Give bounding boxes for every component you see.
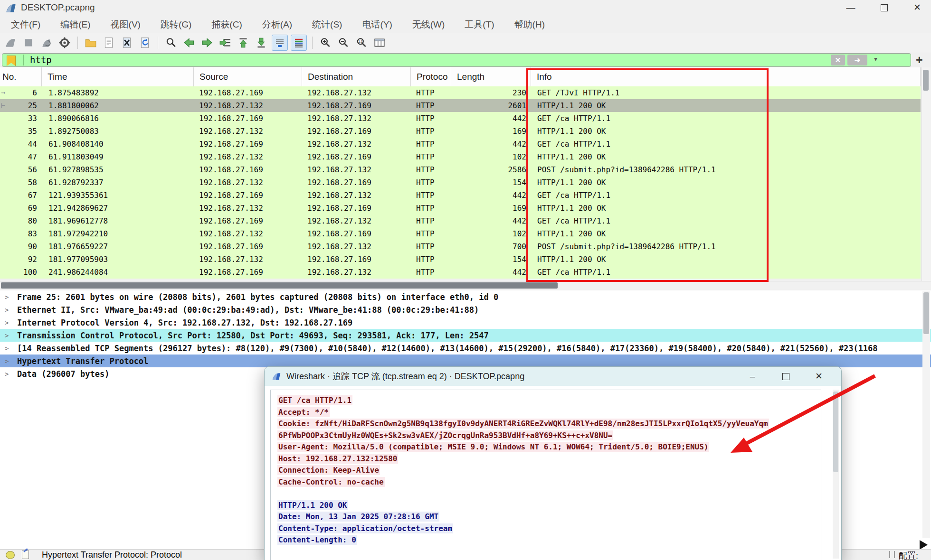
toolbar-separator — [77, 37, 78, 49]
find-packet-magnifier-icon[interactable] — [163, 35, 179, 50]
menu-item-6[interactable]: 统计(S) — [302, 19, 352, 31]
zoom-out-magnifier-icon[interactable] — [336, 35, 351, 50]
filter-value[interactable]: http — [30, 55, 52, 65]
expand-chevron-icon[interactable]: > — [5, 332, 9, 339]
zoom-reset-magnifier-icon[interactable]: 1:1 — [354, 35, 369, 50]
column-header-time[interactable]: Time — [42, 67, 194, 86]
packet-row[interactable]: 4461.908408140192.168.27.169192.168.27.1… — [0, 138, 921, 150]
window-maximize-button[interactable] — [873, 1, 895, 14]
filter-add-button[interactable]: + — [916, 53, 923, 67]
display-filter-input[interactable]: http ✕ ➜ ▾ — [2, 53, 911, 67]
packet-list-vertical-scrollbar[interactable] — [922, 67, 931, 281]
menu-item-7[interactable]: 电话(Y) — [352, 19, 402, 31]
menu-item-4[interactable]: 捕获(C) — [201, 19, 252, 31]
filter-bookmark-icon[interactable] — [7, 56, 16, 66]
detail-line[interactable]: >Ethernet II, Src: VMware_ba:49:ad (00:0… — [0, 303, 931, 316]
packet-row[interactable]: 61.875483892192.168.27.169192.168.27.132… — [0, 86, 921, 99]
column-header-destination[interactable]: Destination — [302, 67, 411, 86]
filter-separator — [23, 55, 24, 65]
packet-list-scrollbar-thumb[interactable] — [923, 70, 929, 91]
zoom-in-magnifier-icon[interactable] — [318, 35, 333, 50]
column-header-source[interactable]: Source — [194, 67, 302, 86]
packet-row[interactable]: 92181.977095903192.168.27.132192.168.27.… — [0, 253, 921, 266]
filter-apply-button[interactable]: ➜ — [847, 55, 867, 65]
menu-item-9[interactable]: 工具(T) — [455, 19, 504, 31]
packet-row[interactable]: 351.892750083192.168.27.132192.168.27.16… — [0, 125, 921, 138]
expand-chevron-icon[interactable]: > — [5, 306, 9, 314]
resize-columns-icon[interactable] — [372, 35, 387, 50]
packet-row[interactable]: 67121.939355361192.168.27.169192.168.27.… — [0, 189, 921, 202]
open-file-folder-icon[interactable] — [83, 35, 98, 50]
stream-content[interactable]: GET /ca HTTP/1.1Accept: */*Cookie: fzNft… — [270, 390, 821, 560]
packet-row[interactable]: 83181.972942210192.168.27.132192.168.27.… — [0, 227, 921, 240]
column-header-no[interactable]: No. — [0, 67, 42, 86]
packet-row[interactable]: 80181.969612778192.168.27.169192.168.27.… — [0, 215, 921, 227]
packet-row[interactable]: 69121.942869627192.168.27.132192.168.27.… — [0, 202, 921, 215]
detail-line[interactable]: >Internet Protocol Version 4, Src: 192.1… — [0, 316, 931, 329]
menu-item-5[interactable]: 分析(A) — [252, 19, 302, 31]
dialog-title: Wireshark · 追踪 TCP 流 (tcp.stream eq 2) ·… — [286, 371, 524, 382]
menu-item-8[interactable]: 无线(W) — [402, 19, 455, 31]
profile-label[interactable]: 配置: Default — [899, 550, 931, 560]
detail-line[interactable]: >Frame 25: 2601 bytes on wire (20808 bit… — [0, 290, 931, 303]
capture-options-gear-icon[interactable] — [57, 35, 72, 50]
start-capture-shark-fin-icon[interactable] — [3, 35, 18, 50]
save-file-icon[interactable] — [101, 35, 116, 50]
reload-file-icon[interactable] — [137, 35, 152, 50]
pane-expander-arrow-icon[interactable] — [920, 540, 928, 550]
window-minimize-button[interactable]: — — [840, 1, 862, 14]
column-header-length[interactable]: Length — [451, 67, 531, 86]
dialog-title-bar[interactable]: Wireshark · 追踪 TCP 流 (tcp.stream eq 2) ·… — [265, 367, 841, 386]
wireshark-shark-fin-icon — [5, 2, 17, 14]
packet-row[interactable]: 5661.927898535192.168.27.169192.168.27.1… — [0, 163, 921, 176]
window-close-button[interactable]: ✕ — [906, 1, 928, 14]
filter-dropdown-caret-icon[interactable]: ▾ — [874, 55, 877, 63]
restart-capture-icon[interactable] — [39, 35, 54, 50]
column-header-info[interactable]: Info — [531, 67, 921, 86]
packet-row[interactable]: 251.881800062192.168.27.132192.168.27.16… — [0, 99, 921, 112]
packet-row[interactable]: 90181.976659227192.168.27.169192.168.27.… — [0, 240, 921, 253]
colorize-packets-icon[interactable] — [291, 35, 307, 51]
go-back-arrow-icon[interactable] — [181, 35, 197, 50]
expand-chevron-icon[interactable]: > — [5, 345, 9, 352]
horizontal-scrollbar-thumb[interactable] — [1, 282, 558, 289]
go-to-last-packet-icon[interactable] — [254, 35, 269, 50]
menu-item-2[interactable]: 视图(V) — [101, 19, 151, 31]
go-to-packet-icon[interactable] — [218, 35, 233, 50]
column-header-protocol[interactable]: Protoco — [411, 67, 451, 86]
menu-bar: 文件(F)编辑(E)视图(V)跳转(G)捕获(C)分析(A)统计(S)电话(Y)… — [0, 16, 931, 33]
toolbar-separator — [312, 37, 313, 49]
stop-capture-icon[interactable] — [21, 35, 36, 50]
menu-item-1[interactable]: 编辑(E) — [50, 19, 100, 31]
menu-item-0[interactable]: 文件(F) — [1, 19, 50, 31]
detail-line[interactable]: >Hypertext Transfer Protocol — [0, 355, 931, 367]
packet-row[interactable]: 5861.928792337192.168.27.132192.168.27.1… — [0, 176, 921, 189]
menu-item-3[interactable]: 跳转(G) — [151, 19, 201, 31]
expand-chevron-icon[interactable]: > — [5, 370, 9, 378]
dialog-close-button[interactable]: ✕ — [812, 370, 826, 383]
go-to-first-packet-icon[interactable] — [236, 35, 251, 50]
packet-row[interactable]: 4761.911803049192.168.27.132192.168.27.1… — [0, 150, 921, 163]
dialog-maximize-button[interactable] — [779, 370, 793, 383]
auto-scroll-live-icon[interactable] — [272, 35, 288, 51]
detail-line[interactable]: >Transmission Control Protocol, Src Port… — [0, 329, 931, 342]
follow-tcp-stream-dialog: Wireshark · 追踪 TCP 流 (tcp.stream eq 2) ·… — [264, 366, 842, 560]
packet-list: 61.875483892192.168.27.169192.168.27.132… — [0, 86, 921, 279]
expand-chevron-icon[interactable]: > — [5, 293, 9, 301]
filter-clear-button[interactable]: ✕ — [831, 55, 845, 65]
details-scrollbar-thumb[interactable] — [923, 292, 929, 334]
expand-chevron-icon[interactable]: > — [5, 357, 9, 365]
dialog-scrollbar-thumb[interactable] — [833, 392, 838, 472]
packet-row[interactable]: 331.890066816192.168.27.169192.168.27.13… — [0, 112, 921, 125]
packet-row[interactable]: 100241.986244084192.168.27.169192.168.27… — [0, 266, 921, 279]
dialog-minimize-button[interactable]: – — [745, 370, 760, 383]
toolbar-separator — [158, 37, 158, 49]
menu-item-10[interactable]: 帮助(H) — [504, 19, 555, 31]
go-forward-arrow-icon[interactable] — [200, 35, 215, 50]
close-file-icon[interactable] — [119, 35, 134, 50]
related-packet-marker-icon: → — [1, 86, 5, 99]
expand-chevron-icon[interactable]: > — [5, 319, 9, 327]
expert-info-icon[interactable] — [6, 551, 15, 559]
capture-comment-icon[interactable] — [22, 551, 29, 559]
detail-line[interactable]: >[14 Reassembled TCP Segments (296127 by… — [0, 342, 931, 355]
